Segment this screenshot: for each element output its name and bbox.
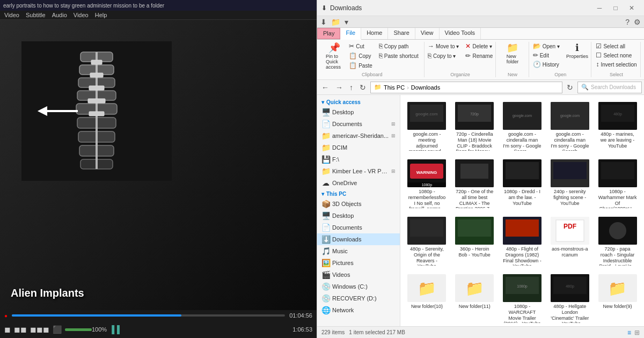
file-item[interactable]: 720p - One of the all time best CLIMAX -… xyxy=(452,157,497,211)
network-icon: 🌐 xyxy=(321,306,330,314)
sidebar-item-dcim[interactable]: 📁 DCIM xyxy=(317,142,400,153)
sidebar-item-americavr[interactable]: 📁 americavr-Sheridan... ⊞ xyxy=(317,130,400,142)
volume-bar[interactable] xyxy=(65,328,92,331)
cut-button[interactable]: ✂ Cut xyxy=(347,42,375,50)
back-button[interactable]: ← xyxy=(319,82,331,93)
sidebar-item-recovery-d[interactable]: 💿 RECOVERY (D:) xyxy=(317,292,400,304)
refresh-button[interactable]: ↻ xyxy=(357,82,368,93)
sidebar-item-videos[interactable]: 🎬 Videos xyxy=(317,269,400,281)
tab-file[interactable]: File xyxy=(340,28,361,40)
file-item-new9[interactable]: 📁 New folder(9) xyxy=(595,271,640,326)
tab-view[interactable]: View xyxy=(415,28,440,39)
open-button[interactable]: 📂 Open ▾ xyxy=(531,42,562,50)
tab-share[interactable]: Share xyxy=(388,28,415,39)
properties-button[interactable]: ℹ Properties xyxy=(564,42,590,60)
file-item[interactable]: 240p - serenity fighting scene - YouTube xyxy=(547,157,592,211)
paste-button[interactable]: 📋 Paste xyxy=(347,61,375,70)
sidebar-item-music[interactable]: 🎵 Music xyxy=(317,245,400,257)
bc-this-pc[interactable]: This PC xyxy=(384,84,405,91)
file-item[interactable]: PDF aos-monstrous-a rcanum xyxy=(547,214,592,268)
file-item[interactable]: 360p - Heroin Bob - YouTube xyxy=(452,214,497,268)
file-item[interactable]: 480p - Flight of Dragons (1982) Final Sh… xyxy=(500,214,545,268)
pin-to-quick-button[interactable]: 📌 Pin to Quickaccess xyxy=(324,42,345,71)
sidebar-item-documents1[interactable]: 📄 Documents ⊞ xyxy=(317,118,400,130)
sidebar-item-downloads[interactable]: ⬇️ Downloads xyxy=(317,233,400,245)
tiles-view-button[interactable]: ⊞ xyxy=(634,329,640,336)
sidebar-item-f-drive[interactable]: 💾 F:\ xyxy=(317,153,400,165)
menu-help[interactable]: Help xyxy=(95,12,107,18)
menu-subtitle[interactable]: Subtitle xyxy=(26,12,46,18)
organize-label: Organize xyxy=(450,72,470,77)
btn-fill[interactable]: ⬛ xyxy=(53,325,62,334)
file-item[interactable]: 720p - papa roach - Singular Indestructi… xyxy=(595,214,640,268)
maximize-button[interactable]: □ xyxy=(608,0,624,16)
btn-step-back[interactable]: ◼ xyxy=(4,325,11,334)
search-box[interactable]: 🔍 Search Downloads xyxy=(577,82,642,93)
forward-button[interactable]: → xyxy=(333,82,345,93)
delete-icon: ✕ xyxy=(465,42,471,50)
edit-button[interactable]: ✏ Edit xyxy=(531,51,562,60)
file-item-new11[interactable]: 📁 New folder(11) xyxy=(452,271,497,326)
file-item-new10[interactable]: 📁 New folder(10) xyxy=(405,271,449,326)
file-item[interactable]: google.com google.com - meeting adjourne… xyxy=(405,99,449,153)
svg-text:google.com: google.com xyxy=(416,112,438,116)
bc-downloads[interactable]: Downloads xyxy=(411,84,440,91)
sidebar-item-3dobjects[interactable]: 📦 3D Objects xyxy=(317,198,400,210)
sidebar-header-quickaccess[interactable]: ▾ Quick access xyxy=(317,97,400,106)
progress-track[interactable] xyxy=(12,314,285,317)
file-item[interactable]: 480p 480p - marines, we are leaving - Yo… xyxy=(595,99,640,153)
sidebar-item-onedrive[interactable]: ☁ OneDrive xyxy=(317,177,400,189)
sidebar-item-kimber[interactable]: 📁 Kimber Lee - VR Pac... ⊞ xyxy=(317,165,400,177)
sidebar-item-windows-c[interactable]: 💿 Windows (C:) xyxy=(317,281,400,292)
tab-video-tools[interactable]: Video Tools xyxy=(440,28,481,39)
menu-audio[interactable]: Audio xyxy=(52,12,67,18)
qa-settings[interactable]: ⚙ xyxy=(633,18,642,26)
qa-help[interactable]: ? xyxy=(624,18,631,26)
new-folder-button[interactable]: 📁 Newfolder xyxy=(503,42,522,65)
sidebar-item-network[interactable]: 🌐 Network xyxy=(317,304,400,316)
file-item[interactable]: 720p 720p - Cinderella Man (18) Movie CL… xyxy=(452,99,497,153)
sidebar-item-desktop2[interactable]: 🖥️ Desktop xyxy=(317,210,400,222)
clipboard-label: Clipboard xyxy=(362,72,383,77)
file-item[interactable]: WARNING 1080p 1080p - rememberlessfoo I … xyxy=(405,157,449,211)
move-to-button[interactable]: → Move to ▾ xyxy=(426,42,461,50)
menu-video2[interactable]: Video xyxy=(74,12,89,18)
rename-button[interactable]: ✏ Rename xyxy=(463,52,495,60)
copy-to-button[interactable]: ⎘ Copy to ▾ xyxy=(426,52,461,60)
select-none-button[interactable]: ☐ Select none xyxy=(594,51,639,60)
thumb-img xyxy=(551,159,589,187)
file-item[interactable]: 480p - Serenity, Origin of the Reavers -… xyxy=(405,214,449,268)
sidebar-item-documents2[interactable]: 📄 Documents xyxy=(317,222,400,233)
refresh-btn2[interactable]: ↻ xyxy=(565,82,575,93)
file-item[interactable]: 1080p - Dredd - I am the law. - YouTube xyxy=(500,157,545,211)
file-item[interactable]: 1080p 1080p - WARCRAFT Movie Trailer (20… xyxy=(500,271,545,326)
file-item[interactable]: 480p 480p - Hellgate London 'Cinematic' … xyxy=(547,271,592,326)
paste-shortcut-button[interactable]: ⎘ Paste shortcut xyxy=(377,52,421,60)
qa-btn-arrow[interactable]: ⬇ xyxy=(319,18,328,26)
tab-home[interactable]: Home xyxy=(361,28,388,39)
delete-button[interactable]: ✕ Delete ▾ xyxy=(463,42,495,50)
xray-image xyxy=(21,41,172,181)
details-view-button[interactable]: ≡ xyxy=(627,329,631,336)
tab-play[interactable]: Play xyxy=(317,28,340,39)
sidebar-item-desktop1[interactable]: 🖥️ Desktop xyxy=(317,106,400,118)
btn-step-fwd[interactable]: ◼◼ xyxy=(14,325,27,334)
minimize-button[interactable]: ─ xyxy=(591,0,608,16)
close-button[interactable]: ✕ xyxy=(624,0,640,16)
select-all-button[interactable]: ☑ Select all xyxy=(594,42,639,50)
player-progress-bar[interactable]: ● 01:04:56 xyxy=(0,310,317,321)
invert-selection-button[interactable]: ↕ Invert selection xyxy=(594,60,639,69)
sidebar-header-thispc[interactable]: ▾ This PC xyxy=(317,189,400,198)
history-button[interactable]: 🕐 History xyxy=(531,60,562,69)
file-item[interactable]: google.com google.com - cinderalla man I… xyxy=(547,99,592,153)
btn-grid[interactable]: ◼◼◼ xyxy=(30,325,49,334)
file-item[interactable]: 1080p - Warhammer Mark Of Chaos(1080pH..… xyxy=(595,157,640,211)
copy-button[interactable]: 📋 Copy xyxy=(347,52,375,60)
breadcrumb[interactable]: 📁 This PC › Downloads xyxy=(370,82,562,93)
sidebar-item-pictures[interactable]: 🖼️ Pictures xyxy=(317,257,400,269)
menu-video[interactable]: Video xyxy=(4,12,19,18)
qa-more[interactable]: ▾ xyxy=(343,18,349,26)
file-item[interactable]: google.com google.com - cinderalla man I… xyxy=(500,99,545,153)
copy-path-button[interactable]: ⎘ Copy path xyxy=(377,42,421,50)
up-button[interactable]: ↑ xyxy=(347,82,355,93)
